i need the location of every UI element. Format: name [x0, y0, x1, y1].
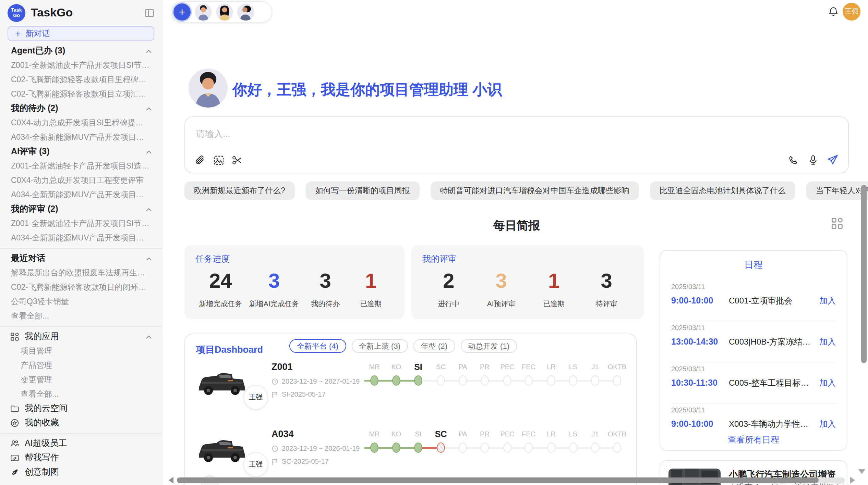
sidebar-item[interactable]: C02-飞腾新能源轻客改款项目立项汇报方案 [0, 87, 162, 101]
clock-icon [272, 378, 278, 385]
milestone-node: PEC [496, 362, 519, 386]
sidebar-item-change-mgmt[interactable]: 变更管理 [0, 373, 162, 387]
stats-row: 2进行中 3AI预评审 1已逾期 3待评审 [422, 269, 633, 309]
tab-model-year[interactable]: 年型 (2) [413, 339, 455, 353]
notification-bell-icon[interactable] [828, 6, 839, 17]
phone-icon[interactable] [788, 154, 799, 165]
sidebar-item-help-me-write[interactable]: 帮我写作 [0, 451, 162, 465]
sidebar-item-cloud-space[interactable]: 我的云空间 [0, 401, 162, 416]
card-title: 任务进度 [195, 253, 394, 265]
vertical-scrollbar-thumb[interactable] [861, 185, 867, 363]
chevron-up-icon[interactable] [145, 206, 153, 213]
sidebar-item-product-mgmt[interactable]: 产品管理 [0, 358, 162, 373]
sidebar-item[interactable]: 公司Q3轻卡销量 [0, 295, 162, 309]
chat-input[interactable] [195, 128, 609, 140]
sidebar-section-ai-review[interactable]: AI评审 (3) [0, 145, 162, 159]
sidebar-item[interactable]: C02-飞腾新能源轻客改款项目里程碑画布 [0, 73, 162, 87]
sidebar-item-ai-super-staff[interactable]: AI超级员工 [0, 436, 162, 451]
plus-icon: + [15, 29, 21, 38]
user-avatar[interactable]: 王强 [843, 3, 860, 21]
sidebar-item-creative-drawing[interactable]: 创意制图 [0, 465, 162, 480]
layout-grid-icon[interactable] [831, 217, 843, 229]
flag-icon [272, 458, 278, 465]
agent-avatar[interactable] [195, 3, 212, 21]
scroll-right-arrow-icon[interactable] [850, 477, 855, 484]
sidebar-section-my-review[interactable]: 我的评审 (2) [0, 202, 162, 216]
sidebar-view-all-chats[interactable]: 查看全部... [0, 309, 162, 323]
schedule-name: C001-立项审批会 [729, 295, 814, 307]
collapse-panel-icon[interactable] [145, 8, 154, 18]
sidebar-item[interactable]: A034-全新新能源MUV产品开发项目法规符合性评审 [0, 188, 162, 202]
chevron-up-icon[interactable] [145, 48, 153, 54]
sidebar-item[interactable]: Z001-全新燃油轻卡产品开发项目SI造型提交物评审 [0, 159, 162, 173]
sidebar-section-agent-done[interactable]: Agent已办 (3) [0, 44, 162, 58]
tab-powertrain[interactable]: 动总开发 (1) [460, 339, 517, 353]
divider [0, 248, 162, 249]
sidebar-item-project-mgmt[interactable]: 项目管理 [0, 344, 162, 358]
section-title: Agent已办 (3) [11, 45, 65, 57]
send-icon[interactable] [827, 154, 839, 166]
suggestion-chip[interactable]: 如何写一份清晰的项目周报 [306, 182, 420, 200]
sidebar-item[interactable]: Z001-全新燃油轻卡产品开发项目SI节点属性5D文件评审 [0, 216, 162, 231]
sidebar-item[interactable]: C0X4-动力总成开发项目SI里程碑提交物检查 [0, 116, 162, 130]
section-title: 最近对话 [11, 253, 45, 264]
add-agent-button[interactable]: + [173, 3, 191, 21]
scissors-icon[interactable] [232, 155, 243, 166]
my-review-card: 我的评审 2进行中 3AI预评审 1已逾期 3待评审 [411, 245, 644, 319]
schedule-date: 2025/03/11 [671, 365, 705, 373]
agent-avatar[interactable] [237, 3, 254, 21]
sidebar-item-favorites[interactable]: 我的收藏 [0, 416, 162, 430]
join-link[interactable]: 加入 [819, 418, 836, 430]
milestone-node-current: SI [407, 362, 430, 386]
sidebar-item-my-apps[interactable]: 我的应用 [0, 329, 162, 344]
tab-new-body[interactable]: 全新上装 (3) [351, 339, 408, 353]
sidebar-item[interactable]: 解释最新出台的欧盟报废车法规再生塑料比例被调至15%... [0, 266, 162, 280]
ai-super-staff-label: AI超级员工 [25, 438, 67, 449]
sidebar-item[interactable]: A034-全新新能源MUV产品开发项目计划变更表编写 [0, 130, 162, 145]
section-title: 我的评审 (2) [11, 203, 58, 215]
scroll-down-arrow-icon[interactable] [858, 469, 865, 474]
schedule-item: 9:00-10:00 C001-立项审批会 加入 [671, 295, 836, 307]
suggestion-chip[interactable]: 欧洲新规最近颁布了什么? [184, 182, 295, 200]
new-chat-button[interactable]: + 新对话 [8, 26, 154, 41]
tab-new-platform[interactable]: 全新平台 (4) [289, 339, 346, 353]
divider [671, 403, 836, 403]
sidebar-section-recent-chats[interactable]: 最近对话 [0, 251, 162, 266]
sidebar-item[interactable]: C02-飞腾新能源轻客改款项目的闭环通告反馈情况 [0, 280, 162, 295]
stat: 1已逾期 [352, 269, 390, 309]
scroll-left-arrow-icon[interactable] [169, 477, 173, 484]
project-row[interactable]: 王强 A034 2023-12-19 ~ 2026-01-19 SC-2025-… [185, 427, 636, 485]
horizontal-scrollbar-thumb[interactable] [177, 477, 819, 483]
apps-grid-icon [10, 332, 19, 341]
view-all-schedule-link[interactable]: 查看所有日程 [660, 434, 847, 446]
agent-avatar[interactable] [216, 3, 233, 21]
suggestion-chip[interactable]: 特朗普可能对进口汽车增税会对中国车企造成哪些影响 [431, 182, 639, 200]
attach-icon[interactable] [195, 155, 206, 166]
chevron-up-icon[interactable] [145, 105, 153, 112]
chevron-up-icon[interactable] [145, 255, 153, 262]
milestone-node: OKTB [605, 362, 629, 386]
project-row[interactable]: 王强 Z001 2023-12-19 ~ 2027-01-19 SI-2025-… [185, 360, 636, 429]
image-icon[interactable] [213, 155, 224, 166]
project-flag: SC-2025-05-17 [272, 458, 360, 465]
milestone-node: FEC [517, 430, 540, 453]
schedule-time: 9:00-10:00 [671, 419, 729, 429]
sidebar-section-my-todo[interactable]: 我的待办 (2) [0, 101, 162, 116]
chevron-up-icon[interactable] [145, 148, 153, 155]
chevron-up-icon[interactable] [145, 333, 153, 340]
stat: 3我的待办 [306, 269, 345, 309]
join-link[interactable]: 加入 [819, 336, 836, 348]
join-link[interactable]: 加入 [819, 377, 836, 389]
suggestion-chip[interactable]: 当下年轻人对汽车外观有怎样的喜好趋势 [806, 182, 868, 200]
sidebar-item[interactable]: A034-全新新能源MUV产品开发项目造型可行性评审 [0, 231, 162, 245]
sidebar-item[interactable]: Z001-全新燃油皮卡产品开发项目SI节点Lesson Learn报告 [0, 58, 162, 73]
suggestion-chip[interactable]: 比亚迪全固态电池计划具体说了什么 [650, 182, 795, 200]
mic-icon[interactable] [808, 154, 819, 165]
sidebar-item[interactable]: C0X4-动力总成开发项目工程变更评审 [0, 173, 162, 188]
schedule-name: C003|H0B-方案冻结评审 [729, 336, 814, 348]
join-link[interactable]: 加入 [819, 295, 836, 307]
project-flag: SI-2025-05-17 [272, 390, 360, 398]
dashboard-tabs: 全新平台 (4) 全新上装 (3) 年型 (2) 动总开发 (1) [289, 339, 517, 353]
milestone-node: LS [562, 430, 585, 453]
sidebar-view-all-apps[interactable]: 查看全部... [0, 387, 162, 401]
